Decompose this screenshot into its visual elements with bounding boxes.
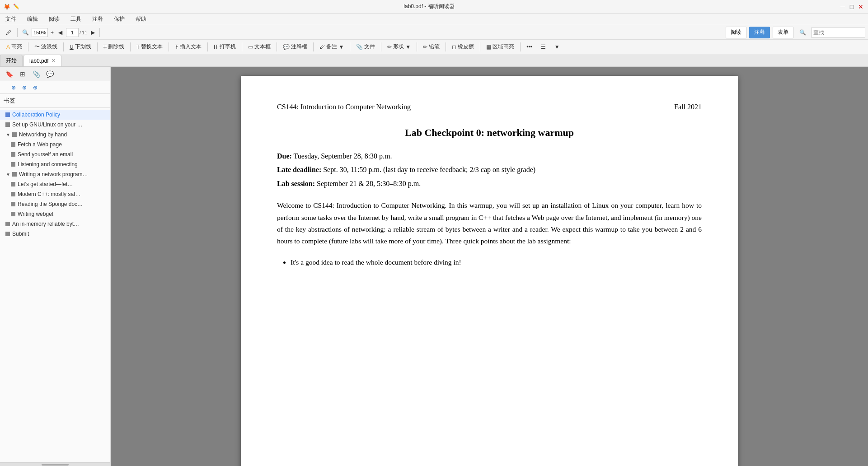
secondary-icon: ✏️	[13, 4, 19, 9]
bookmark-label-moderncpp: Modern C++: mostly saf…	[18, 190, 80, 198]
at-sep-1	[28, 42, 28, 51]
typewriter-button[interactable]: IT 打字机	[210, 42, 240, 52]
next-page-button[interactable]: ▶	[89, 27, 97, 38]
sidebar-tab-btn-1[interactable]: ⊕	[9, 83, 18, 92]
read-mode-button[interactable]: 阅读	[726, 27, 746, 38]
toolbar-sep-2	[99, 28, 100, 37]
at-sep-10	[350, 42, 350, 51]
bookmark-item-email[interactable]: Send yourself an email	[0, 149, 110, 159]
bookmark-item-collab[interactable]: Collaboration Policy	[0, 110, 110, 120]
sidebar-attachment-icon[interactable]: 📎	[31, 69, 42, 79]
highlight-button[interactable]: A 高亮	[3, 42, 26, 52]
replace-text-button[interactable]: T 替换文本	[133, 42, 166, 52]
shape-button[interactable]: ✏ 形状 ▼	[384, 42, 414, 52]
toolbar-highlight[interactable]: 🖊	[3, 27, 14, 38]
sidebar-comment-icon[interactable]: 💬	[44, 69, 55, 79]
bookmark-item-reading[interactable]: Reading the Sponge doc…	[0, 199, 110, 209]
search-input[interactable]	[811, 28, 865, 37]
zoom-input[interactable]: 150%	[32, 28, 48, 37]
area-highlight-button[interactable]: ▦ 区域高亮	[483, 42, 518, 52]
bookmark-icon-moderncpp	[11, 192, 15, 196]
bookmark-icon-getstarted	[11, 182, 15, 186]
note-button[interactable]: 🖊 备注 ▼	[316, 42, 347, 52]
zoom-out-button[interactable]: 🔍	[20, 27, 31, 38]
menu-file[interactable]: 文件	[4, 14, 18, 24]
more-button[interactable]: •••	[523, 42, 536, 52]
pdf-header-left: CS144: Introduction to Computer Networki…	[277, 103, 411, 111]
menubar: 文件 编辑 阅读 工具 注释 保护 帮助	[0, 14, 868, 25]
bookmark-item-fetch[interactable]: Fetch a Web page	[0, 140, 110, 149]
bookmark-item-networking[interactable]: ▼ Networking by hand	[0, 130, 110, 140]
restore-button[interactable]: □	[848, 3, 855, 10]
strikethrough-button[interactable]: T 删除线	[100, 42, 128, 52]
insert-icon: Ŧ	[175, 44, 178, 50]
pdf-page: CS144: Introduction to Computer Networki…	[241, 76, 738, 466]
pencil-button[interactable]: ✏ 铅笔	[419, 42, 443, 52]
bookmark-item-moderncpp[interactable]: Modern C++: mostly saf…	[0, 189, 110, 199]
at-sep-15	[520, 42, 521, 51]
expand-networking-icon[interactable]: ▼	[5, 132, 11, 137]
app-icon: 🦊	[4, 4, 10, 10]
bookmark-label-webget: Writing webget	[18, 210, 53, 218]
bookmark-item-getstarted[interactable]: Let's get started—fet…	[0, 179, 110, 189]
window-controls[interactable]: ─ □ ✕	[839, 3, 864, 10]
bookmark-item-setup[interactable]: Set up GNU/Linux on your …	[0, 120, 110, 130]
bookmark-item-inmemory[interactable]: An in-memory reliable byt…	[0, 219, 110, 229]
sidebar-scrollbar[interactable]	[0, 462, 110, 466]
start-tab[interactable]: 开始	[0, 55, 23, 66]
table-mode-button[interactable]: 表单	[773, 27, 793, 38]
search-icon[interactable]: 🔍	[796, 27, 809, 38]
pdf-due-value: Tuesday, September 28, 8:30 p.m.	[294, 152, 392, 160]
zoom-control[interactable]: 🔍 150% + ◀	[20, 27, 64, 38]
pdf-late-line: Late deadline: Sept. 30, 11:59 p.m. (las…	[277, 163, 702, 177]
minimize-button[interactable]: ─	[839, 3, 846, 10]
page-nav[interactable]: 1 / 11	[66, 28, 87, 37]
bookmark-icon-networking	[12, 132, 17, 137]
file-icon: 📎	[356, 44, 363, 50]
bookmark-item-submit[interactable]: Submit	[0, 229, 110, 239]
menu-read[interactable]: 阅读	[47, 14, 61, 24]
eraser-button[interactable]: ◻ 橡皮擦	[448, 42, 478, 52]
bookmark-icon-webget	[11, 212, 15, 216]
close-button[interactable]: ✕	[857, 3, 864, 10]
sidebar-toolbar: 🔖 ⊞ 📎 💬	[0, 67, 110, 81]
zoom-in-button[interactable]: +	[49, 27, 56, 38]
bookmark-item-listen[interactable]: Listening and connecting	[0, 159, 110, 169]
menu-annotate[interactable]: 注释	[90, 14, 105, 24]
bookmark-item-writing[interactable]: ▼ Writing a network program…	[0, 169, 110, 179]
sidebar-bookmark-icon[interactable]: 🔖	[4, 69, 14, 79]
menu-protect[interactable]: 保护	[112, 14, 127, 24]
sidebar-thumbnail-icon[interactable]: ⊞	[17, 69, 28, 79]
annotation-toolbar: A 高亮 〜 波浪线 U 下划线 T 删除线 T 替换文本 Ŧ 插入文本 IT …	[0, 40, 868, 54]
comment-box-button[interactable]: 💬 注释框	[279, 42, 311, 52]
bookmark-icon-inmemory	[5, 222, 10, 226]
note-icon: 🖊	[319, 44, 325, 50]
bookmark-icon-submit	[5, 232, 10, 236]
expand-writing-icon[interactable]: ▼	[5, 172, 11, 177]
wavy-button[interactable]: 〜 波浪线	[31, 42, 61, 52]
annotate-mode-button[interactable]: 注释	[749, 27, 770, 38]
page-total: 11	[82, 30, 87, 35]
textbox-button[interactable]: ▭ 文本框	[244, 42, 274, 52]
list-button[interactable]: ☰	[537, 42, 549, 52]
list-dropdown-button[interactable]: ▼	[551, 42, 563, 52]
underline-button[interactable]: U 下划线	[66, 42, 95, 52]
bookmark-item-webget[interactable]: Writing webget	[0, 209, 110, 219]
file-button[interactable]: 📎 文件	[352, 42, 379, 52]
pdf-late-value: Sept. 30, 11:59 p.m. (last day to receiv…	[323, 166, 535, 173]
page-input[interactable]: 1	[66, 28, 79, 37]
sidebar-tab-btn-3[interactable]: ⊕	[31, 83, 40, 92]
insert-text-button[interactable]: Ŧ 插入文本	[171, 42, 205, 52]
pdf-tab-close-icon[interactable]: ✕	[52, 58, 56, 64]
prev-page-button[interactable]: ◀	[56, 27, 64, 38]
pdf-tab[interactable]: lab0.pdf ✕	[23, 55, 61, 66]
pdf-header: CS144: Introduction to Computer Networki…	[277, 103, 702, 114]
sidebar-tab-btn-2[interactable]: ⊕	[20, 83, 29, 92]
at-sep-5	[169, 42, 169, 51]
pdf-viewer[interactable]: CS144: Introduction to Computer Networki…	[111, 67, 868, 466]
menu-tools[interactable]: 工具	[69, 14, 83, 24]
sidebar: 🔖 ⊞ 📎 💬 ⊕ ⊕ ⊕ 书签 Collaboration Policy Se…	[0, 67, 111, 466]
underline-icon: U	[70, 44, 74, 50]
menu-edit[interactable]: 编辑	[25, 14, 40, 24]
menu-help[interactable]: 帮助	[134, 14, 148, 24]
